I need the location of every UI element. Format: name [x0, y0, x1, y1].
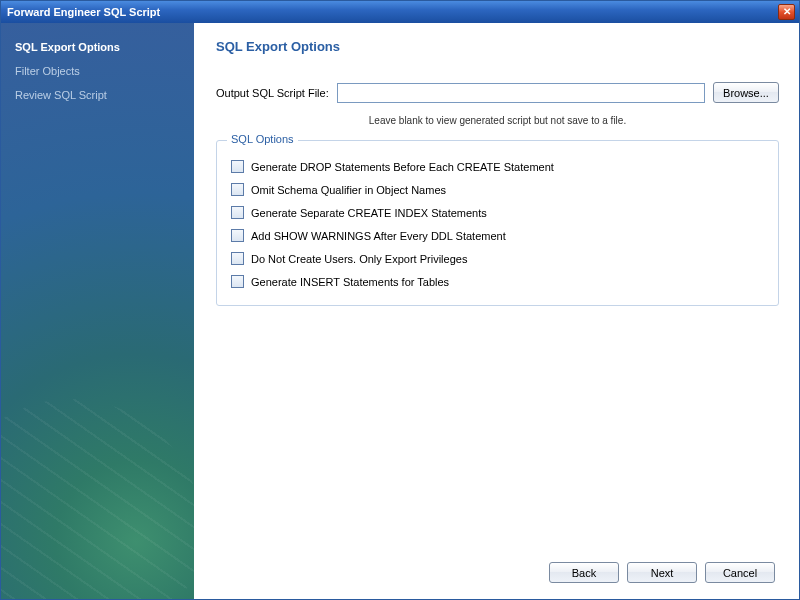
option-separate-index: Generate Separate CREATE INDEX Statement…	[229, 201, 766, 224]
cancel-button[interactable]: Cancel	[705, 562, 775, 583]
output-file-hint: Leave blank to view generated script but…	[216, 115, 779, 126]
step-sql-export-options[interactable]: SQL Export Options	[1, 35, 194, 59]
option-omit-schema: Omit Schema Qualifier in Object Names	[229, 178, 766, 201]
step-filter-objects[interactable]: Filter Objects	[1, 59, 194, 83]
sql-options-group: SQL Options Generate DROP Statements Bef…	[216, 140, 779, 306]
checkbox-omit-schema[interactable]	[231, 183, 244, 196]
page-title: SQL Export Options	[216, 39, 779, 54]
back-button[interactable]: Back	[549, 562, 619, 583]
wizard-window: Forward Engineer SQL Script ✕ SQL Export…	[0, 0, 800, 600]
checkbox-generate-drop[interactable]	[231, 160, 244, 173]
option-label: Generate DROP Statements Before Each CRE…	[251, 161, 554, 173]
step-review-sql-script[interactable]: Review SQL Script	[1, 83, 194, 107]
output-file-input[interactable]	[337, 83, 705, 103]
option-label: Omit Schema Qualifier in Object Names	[251, 184, 446, 196]
option-generate-insert: Generate INSERT Statements for Tables	[229, 270, 766, 293]
window-title: Forward Engineer SQL Script	[7, 6, 160, 18]
option-show-warnings: Add SHOW WARNINGS After Every DDL Statem…	[229, 224, 766, 247]
option-label: Do Not Create Users. Only Export Privile…	[251, 253, 467, 265]
output-file-row: Output SQL Script File: Browse...	[216, 82, 779, 103]
sql-options-title: SQL Options	[227, 133, 298, 145]
checkbox-no-create-users[interactable]	[231, 252, 244, 265]
option-no-create-users: Do Not Create Users. Only Export Privile…	[229, 247, 766, 270]
titlebar: Forward Engineer SQL Script ✕	[1, 1, 799, 23]
checkbox-separate-index[interactable]	[231, 206, 244, 219]
checkbox-show-warnings[interactable]	[231, 229, 244, 242]
option-generate-drop: Generate DROP Statements Before Each CRE…	[229, 155, 766, 178]
option-label: Generate INSERT Statements for Tables	[251, 276, 449, 288]
main-panel: SQL Export Options Output SQL Script Fil…	[194, 23, 799, 599]
option-label: Generate Separate CREATE INDEX Statement…	[251, 207, 487, 219]
window-body: SQL Export Options Filter Objects Review…	[1, 23, 799, 599]
wizard-sidebar: SQL Export Options Filter Objects Review…	[1, 23, 194, 599]
wizard-footer: Back Next Cancel	[216, 554, 779, 589]
spacer	[216, 316, 779, 554]
option-label: Add SHOW WARNINGS After Every DDL Statem…	[251, 230, 506, 242]
next-button[interactable]: Next	[627, 562, 697, 583]
close-icon[interactable]: ✕	[778, 4, 795, 20]
output-file-label: Output SQL Script File:	[216, 87, 329, 99]
browse-button[interactable]: Browse...	[713, 82, 779, 103]
checkbox-generate-insert[interactable]	[231, 275, 244, 288]
